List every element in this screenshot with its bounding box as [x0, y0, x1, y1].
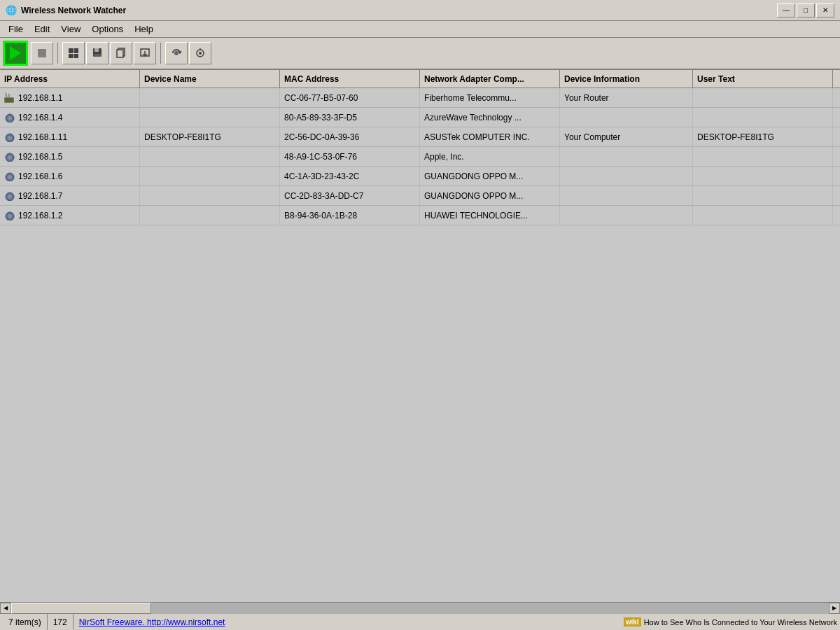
- cell-ip: 192.168.1.2: [0, 206, 140, 225]
- refresh-icon-1: [171, 48, 182, 59]
- cell-ip: 192.168.1.5: [0, 147, 140, 166]
- svg-rect-12: [5, 98, 13, 102]
- device-icon: [4, 211, 15, 220]
- export-button[interactable]: [134, 42, 156, 64]
- cell-usertext: [693, 88, 833, 107]
- cell-ip: 192.168.1.4: [0, 108, 140, 127]
- table-row[interactable]: 192.168.1.2 B8-94-36-0A-1B-28 HUAWEI TEC…: [0, 206, 840, 225]
- cell-device: [140, 147, 280, 166]
- table-area: IP Address Device Name MAC Address Netwo…: [0, 70, 840, 602]
- cell-adapter: Apple, Inc.: [420, 147, 560, 166]
- cell-devinfo: [560, 206, 693, 225]
- svg-point-20: [8, 155, 12, 160]
- cell-mac: 48-A9-1C-53-0F-76: [280, 147, 420, 166]
- cell-device: [140, 88, 280, 107]
- cell-mac: CC-06-77-B5-07-60: [280, 88, 420, 107]
- scroll-thumb[interactable]: [11, 603, 151, 614]
- menu-help[interactable]: Help: [129, 22, 159, 36]
- cell-usertext: [693, 206, 833, 225]
- options-icon: [195, 48, 206, 59]
- cell-adapter: Fiberhome Telecommu...: [420, 88, 560, 107]
- toolbar-separator-1: [57, 43, 58, 64]
- cell-devinfo: [560, 167, 693, 186]
- cell-device: [140, 167, 280, 186]
- scroll-left-button[interactable]: ◀: [0, 603, 11, 614]
- wiki-info: wiki How to See Who Is Connected to Your…: [624, 617, 837, 626]
- scroll-track[interactable]: [11, 603, 829, 614]
- cell-ip: 192.168.1.7: [0, 186, 140, 205]
- cell-ip: 192.168.1.11: [0, 127, 140, 146]
- cell-adapter: GUANGDONG OPPO M...: [420, 167, 560, 186]
- svg-rect-4: [117, 50, 123, 57]
- menu-file[interactable]: File: [3, 22, 29, 36]
- item-count: 7 item(s): [3, 614, 48, 630]
- grid-icon: [69, 48, 78, 58]
- play-button[interactable]: [3, 41, 28, 66]
- table-row[interactable]: 192.168.1.7 CC-2D-83-3A-DD-C7 GUANGDONG …: [0, 186, 840, 206]
- svg-rect-2: [94, 54, 101, 57]
- menu-options[interactable]: Options: [86, 22, 129, 36]
- close-button[interactable]: ✕: [816, 4, 834, 18]
- cell-usertext: [693, 186, 833, 205]
- svg-point-18: [8, 136, 12, 140]
- scroll-right-button[interactable]: ▶: [829, 603, 840, 614]
- cell-device: [140, 186, 280, 205]
- cell-mac: 2C-56-DC-0A-39-36: [280, 127, 420, 146]
- cell-device: [140, 108, 280, 127]
- cell-devinfo: [560, 186, 693, 205]
- toolbar-separator-2: [160, 43, 161, 64]
- grid-view-button[interactable]: [62, 42, 85, 64]
- col-header-usertext[interactable]: User Text: [693, 70, 833, 88]
- table-header: IP Address Device Name MAC Address Netwo…: [0, 70, 840, 88]
- svg-point-16: [8, 116, 12, 120]
- copy-button[interactable]: [110, 42, 132, 64]
- table-row[interactable]: 192.168.1.6 4C-1A-3D-23-43-2C GUANGDONG …: [0, 167, 840, 186]
- stop-button[interactable]: [31, 42, 53, 64]
- toolbar: [0, 38, 840, 70]
- table-row[interactable]: 192.168.1.4 80-A5-89-33-3F-D5 AzureWave …: [0, 108, 840, 127]
- wiki-badge: wiki: [624, 617, 641, 626]
- title-bar: 🌐 Wireless Network Watcher — □ ✕: [0, 0, 840, 21]
- col-header-mac[interactable]: MAC Address: [280, 70, 420, 88]
- cell-devinfo: [560, 108, 693, 127]
- table-body: 192.168.1.1 CC-06-77-B5-07-60 Fiberhome …: [0, 88, 840, 602]
- menu-edit[interactable]: Edit: [29, 22, 55, 36]
- svg-point-26: [8, 214, 12, 218]
- cell-adapter: HUAWEI TECHNOLOGIE...: [420, 206, 560, 225]
- col-header-ip[interactable]: IP Address: [0, 70, 140, 88]
- cell-device: DESKTOP-FE8I1TG: [140, 127, 280, 146]
- save-button[interactable]: [86, 42, 108, 64]
- cell-mac: CC-2D-83-3A-DD-C7: [280, 186, 420, 205]
- copy-icon: [115, 48, 127, 59]
- export-icon: [139, 48, 150, 59]
- save-icon: [92, 48, 103, 59]
- cell-ip: 192.168.1.6: [0, 167, 140, 186]
- refresh-button-1[interactable]: [165, 42, 188, 64]
- device-icon: [4, 132, 15, 142]
- horizontal-scrollbar[interactable]: ◀ ▶: [0, 602, 840, 613]
- svg-rect-1: [94, 48, 99, 52]
- cell-adapter: GUANGDONG OPPO M...: [420, 186, 560, 205]
- menu-view[interactable]: View: [55, 22, 86, 36]
- nirsoft-link[interactable]: NirSoft Freeware. http://www.nirsoft.net: [74, 617, 231, 627]
- status-number: 172: [48, 614, 74, 630]
- svg-point-24: [8, 195, 12, 199]
- table-row[interactable]: 192.168.1.1 CC-06-77-B5-07-60 Fiberhome …: [0, 88, 840, 108]
- app-icon: 🌐: [6, 5, 17, 16]
- cell-devinfo: Your Router: [560, 88, 693, 107]
- menu-bar: File Edit View Options Help: [0, 21, 840, 38]
- col-header-device[interactable]: Device Name: [140, 70, 280, 88]
- router-icon: [4, 93, 15, 103]
- col-header-devinfo[interactable]: Device Information: [560, 70, 693, 88]
- app-title: Wireless Network Watcher: [21, 6, 126, 15]
- col-header-adapter[interactable]: Network Adapter Comp...: [420, 70, 560, 88]
- cell-usertext: DESKTOP-FE8I1TG: [693, 127, 833, 146]
- minimize-button[interactable]: —: [777, 4, 795, 18]
- table-row[interactable]: 192.168.1.11 DESKTOP-FE8I1TG 2C-56-DC-0A…: [0, 127, 840, 147]
- cell-mac: 4C-1A-3D-23-43-2C: [280, 167, 420, 186]
- cell-usertext: [693, 167, 833, 186]
- refresh-button-2[interactable]: [189, 42, 211, 64]
- table-row[interactable]: 192.168.1.5 48-A9-1C-53-0F-76 Apple, Inc…: [0, 147, 840, 167]
- maximize-button[interactable]: □: [797, 4, 815, 18]
- window-controls: — □ ✕: [777, 4, 834, 18]
